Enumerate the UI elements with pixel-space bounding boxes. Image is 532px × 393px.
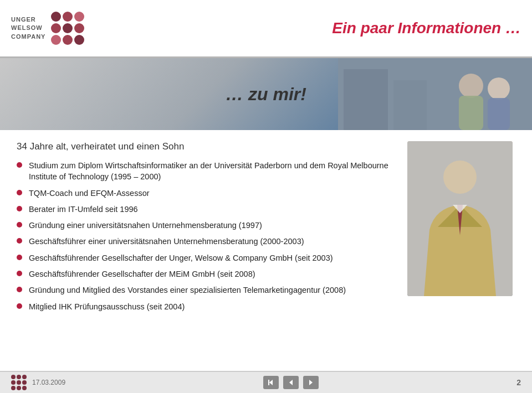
footer-dot [22,380,27,385]
footer-dot [22,375,27,379]
logo-circles [51,12,84,45]
list-item: Gründung und Mitglied des Vorstandes ein… [17,285,393,296]
footer-dot [17,375,21,379]
bullet-dot-icon [17,287,22,292]
bullet-text: Berater im IT-Umfeld seit 1996 [29,204,138,215]
list-item: Geschäftsführer einer universitätsnahen … [17,236,393,247]
footer-dot [11,386,16,390]
svg-rect-11 [268,380,269,385]
bullet-dot-icon [17,238,22,244]
bullet-dot-icon [17,162,22,168]
footer-logo-dots [11,375,27,390]
list-item: Mitglied IHK Prüfungsausschuss (seit 200… [17,301,393,312]
banner: … zu mir! [0,58,532,130]
nav-prev-prev-button[interactable] [263,376,279,389]
bullet-text: Gründung einer universitätsnahen Unterne… [29,220,262,231]
logo-circle [63,12,73,22]
bullet-dot-icon [17,255,22,260]
bullet-dot-icon [17,206,22,211]
logo-line3: COMPANY [11,33,45,41]
logo-circle [51,12,61,22]
main-content: 34 Jahre alt, verheiratet und einen Sohn… [0,130,532,371]
bullet-dot-icon [17,271,22,276]
list-item: Geschäftsführender Gesellschafter der ME… [17,268,393,280]
svg-rect-6 [488,98,510,130]
bullet-dot-icon [17,303,22,309]
svg-point-5 [488,77,510,100]
svg-rect-2 [393,80,427,130]
bullet-text: Geschäftsführer einer universitätsnahen … [29,236,304,247]
footer-dot [17,380,21,385]
footer-nav [263,376,319,389]
svg-marker-12 [289,380,293,385]
person-photo [407,141,513,296]
banner-image [338,58,532,130]
bullet-text: TQM-Coach und EFQM-Assessor [29,188,150,199]
intro-text: 34 Jahre alt, verheiratet und einen Sohn [17,141,393,152]
svg-point-9 [443,161,477,194]
list-item: Gründung einer universitätsnahen Unterne… [17,220,393,231]
footer: 17.03.2009 2 [0,371,532,393]
logo-circle [51,35,61,45]
footer-date: 17.03.2009 [32,379,65,386]
person-svg [407,141,513,296]
bullet-text: Mitglied IHK Prüfungsausschuss (seit 200… [29,301,185,312]
header-title: Ein paar Informationen … [332,19,521,37]
svg-rect-4 [459,96,483,130]
footer-page: 2 [516,378,521,387]
logo-text: UNGER WELSOW COMPANY [11,15,45,41]
nav-prev-button[interactable] [283,376,299,389]
footer-dot [11,375,16,379]
banner-svg [338,58,532,130]
bullet-dot-icon [17,190,22,195]
logo-line1: UNGER [11,15,45,24]
content-left: 34 Jahre alt, verheiratet und einen Sohn… [17,141,393,360]
content-right [405,141,515,360]
list-item: TQM-Coach und EFQM-Assessor [17,188,393,199]
svg-point-3 [459,74,483,98]
list-item: Berater im IT-Umfeld seit 1996 [17,204,393,215]
bullet-text: Geschäftsführender Gesellschafter der ME… [29,268,255,280]
footer-dot [11,380,16,385]
bullet-text: Studium zum Diplom Wirtschaftsinformatik… [29,160,393,183]
logo-circle [51,23,61,33]
logo-line2: WELSOW [11,24,45,32]
logo-circle [74,23,84,33]
header: UNGER WELSOW COMPANY Ein paar Informatio… [0,0,532,58]
logo-circle [63,35,73,45]
logo-area: UNGER WELSOW COMPANY [11,12,84,45]
footer-dot [22,386,27,390]
bullet-dot-icon [17,222,22,227]
list-item: Geschäftsführender Gesellschafter der Un… [17,252,393,263]
svg-marker-13 [309,380,313,385]
footer-dot [17,386,21,390]
bullet-text: Geschäftsführender Gesellschafter der Un… [29,252,333,263]
svg-rect-1 [344,69,388,130]
bullet-list: Studium zum Diplom Wirtschaftsinformatik… [17,160,393,312]
list-item: Studium zum Diplom Wirtschaftsinformatik… [17,160,393,183]
nav-next-button[interactable] [303,376,319,389]
logo-circle [74,12,84,22]
bullet-text: Gründung und Mitglied des Vorstandes ein… [29,285,346,296]
banner-subtitle: … zu mir! [226,84,306,105]
logo-circle [63,23,73,33]
logo-circle [74,35,84,45]
svg-marker-10 [269,380,273,385]
